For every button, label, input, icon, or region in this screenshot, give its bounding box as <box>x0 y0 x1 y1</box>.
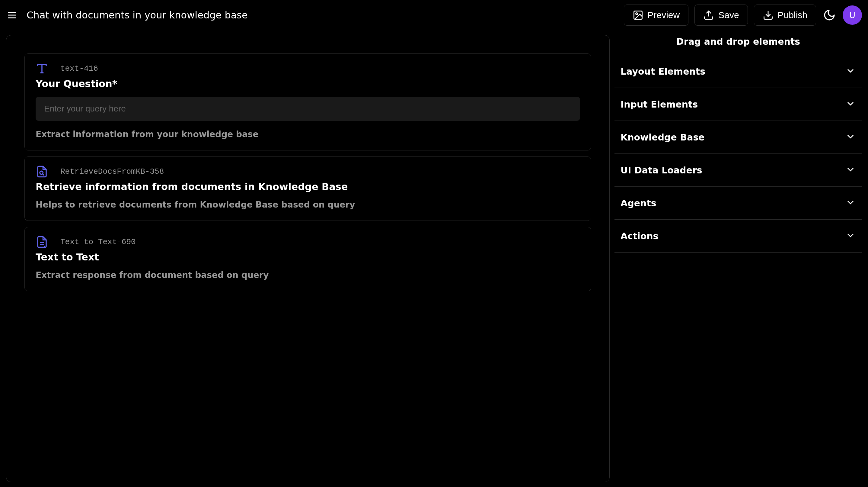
sidebar-section-layout-elements[interactable]: Layout Elements <box>615 55 862 88</box>
text-input-icon <box>36 62 48 75</box>
document-search-icon <box>36 165 48 178</box>
chevron-down-icon <box>845 65 856 77</box>
node-description: Extract information from your knowledge … <box>36 129 580 139</box>
svg-point-9 <box>40 171 43 174</box>
publish-button[interactable]: Publish <box>754 4 816 26</box>
avatar[interactable]: U <box>843 5 862 25</box>
node-title: Retrieve information from documents in K… <box>36 181 580 193</box>
sidebar-section-title: Actions <box>621 231 658 241</box>
save-icon <box>703 10 714 21</box>
svg-point-4 <box>636 13 638 15</box>
canvas[interactable]: text-416 Your Question* Extract informat… <box>6 35 610 482</box>
node-id: Text to Text-690 <box>60 237 136 247</box>
sidebar-header: Drag and drop elements <box>615 35 862 55</box>
node-card-retrieve-docs[interactable]: RetrieveDocsFromKB-358 Retrieve informat… <box>25 156 591 221</box>
preview-label: Preview <box>648 10 680 20</box>
avatar-initial: U <box>849 10 856 20</box>
sidebar-section-agents[interactable]: Agents <box>615 187 862 220</box>
chevron-down-icon <box>845 230 856 242</box>
query-input[interactable] <box>36 97 580 121</box>
header-left: Chat with documents in your knowledge ba… <box>6 9 248 21</box>
theme-toggle-button[interactable] <box>822 8 837 22</box>
chevron-down-icon <box>845 98 856 110</box>
node-header: Text to Text-690 <box>36 236 580 248</box>
svg-line-10 <box>43 174 44 175</box>
sidebar-section-title: Layout Elements <box>621 66 705 77</box>
sidebar-section-title: Knowledge Base <box>621 132 705 143</box>
main-container: text-416 Your Question* Extract informat… <box>0 30 868 487</box>
sidebar-section-title: UI Data Loaders <box>621 165 702 175</box>
preview-button[interactable]: Preview <box>624 4 689 26</box>
menu-icon <box>7 10 18 21</box>
sidebar-section-knowledge-base[interactable]: Knowledge Base <box>615 121 862 154</box>
node-header: RetrieveDocsFromKB-358 <box>36 165 580 178</box>
publish-label: Publish <box>778 10 807 20</box>
header: Chat with documents in your knowledge ba… <box>0 0 868 30</box>
sidebar: Drag and drop elements Layout Elements I… <box>615 35 862 482</box>
save-button[interactable]: Save <box>694 4 748 26</box>
node-title: Text to Text <box>36 251 580 263</box>
node-id: text-416 <box>60 64 98 73</box>
publish-icon <box>763 10 774 21</box>
node-description: Extract response from document based on … <box>36 270 580 280</box>
node-title: Your Question* <box>36 78 580 89</box>
document-text-icon <box>36 236 48 248</box>
chevron-down-icon <box>845 197 856 209</box>
node-card-text-to-text[interactable]: Text to Text-690 Text to Text Extract re… <box>25 227 591 291</box>
sidebar-section-actions[interactable]: Actions <box>615 220 862 253</box>
node-id: RetrieveDocsFromKB-358 <box>60 167 164 176</box>
header-right: Preview Save Publish U <box>624 4 862 26</box>
sidebar-section-ui-data-loaders[interactable]: UI Data Loaders <box>615 154 862 187</box>
sidebar-section-title: Input Elements <box>621 99 698 110</box>
menu-button[interactable] <box>6 9 18 21</box>
node-card-text-input[interactable]: text-416 Your Question* Extract informat… <box>25 54 591 150</box>
moon-icon <box>823 9 836 22</box>
chevron-down-icon <box>845 131 856 143</box>
page-title: Chat with documents in your knowledge ba… <box>27 9 248 21</box>
node-description: Helps to retrieve documents from Knowled… <box>36 200 580 210</box>
chevron-down-icon <box>845 164 856 176</box>
sidebar-section-input-elements[interactable]: Input Elements <box>615 88 862 121</box>
save-label: Save <box>718 10 739 20</box>
preview-icon <box>632 10 644 21</box>
node-header: text-416 <box>36 62 580 75</box>
sidebar-section-title: Agents <box>621 198 656 208</box>
